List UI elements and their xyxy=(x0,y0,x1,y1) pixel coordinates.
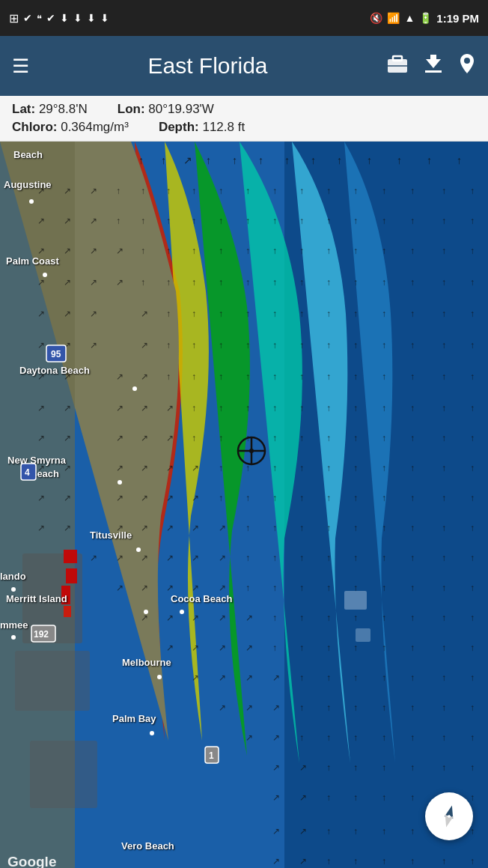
svg-text:↗: ↗ xyxy=(37,216,45,226)
svg-text:↑: ↑ xyxy=(245,523,250,533)
svg-text:↑: ↑ xyxy=(382,493,386,503)
info-bar: Lat: 29°8.8'N Lon: 80°19.93'W Chloro: 0.… xyxy=(0,96,488,142)
briefcase-button[interactable] xyxy=(386,53,409,79)
svg-text:↑: ↑ xyxy=(245,309,250,319)
svg-text:↑: ↑ xyxy=(326,792,331,803)
svg-text:↗: ↗ xyxy=(299,762,307,773)
svg-text:↗: ↗ xyxy=(166,553,174,563)
lat-label: Lat: 29°8.8'N xyxy=(12,102,88,117)
svg-text:↑: ↑ xyxy=(299,186,304,196)
svg-text:↑: ↑ xyxy=(272,216,277,226)
svg-text:↑: ↑ xyxy=(326,762,331,773)
menu-button[interactable]: ☰ xyxy=(12,55,29,78)
svg-text:↑: ↑ xyxy=(272,186,277,196)
map[interactable]: ↑ ↑ ↗ ↑ ↑ ↑ ↑ ↑ ↑ ↑ ↑ ↑ ↑ ↗ ↗ ↗ ↑ ↑ ↑ ↑ … xyxy=(0,142,488,868)
svg-text:↗: ↗ xyxy=(37,493,45,503)
svg-text:↑: ↑ xyxy=(353,673,358,683)
svg-rect-11 xyxy=(15,651,90,711)
svg-text:↑: ↑ xyxy=(382,277,386,288)
svg-text:Melbourne: Melbourne xyxy=(122,657,171,668)
svg-text:↑: ↑ xyxy=(326,309,331,319)
svg-text:↑: ↑ xyxy=(299,403,304,413)
svg-text:↑: ↑ xyxy=(442,246,446,256)
svg-text:↑: ↑ xyxy=(382,613,386,623)
svg-text:↗: ↗ xyxy=(272,762,280,773)
svg-text:↑: ↑ xyxy=(272,309,277,319)
svg-text:↗: ↗ xyxy=(90,553,97,563)
svg-text:↗: ↗ xyxy=(141,309,148,319)
svg-text:↗: ↗ xyxy=(299,826,307,837)
svg-text:↑: ↑ xyxy=(410,553,415,563)
svg-text:↑: ↑ xyxy=(470,673,475,683)
svg-text:↑: ↑ xyxy=(410,277,415,288)
svg-text:1: 1 xyxy=(209,750,214,761)
svg-text:↑: ↑ xyxy=(353,277,358,288)
compass-button[interactable] xyxy=(425,792,473,840)
svg-text:↑: ↑ xyxy=(219,371,223,382)
svg-text:↑: ↑ xyxy=(245,246,250,256)
svg-text:↑: ↑ xyxy=(353,309,358,319)
svg-text:↑: ↑ xyxy=(141,277,145,288)
svg-text:↑: ↑ xyxy=(326,340,331,350)
svg-text:↑: ↑ xyxy=(470,732,475,743)
svg-text:Titusville: Titusville xyxy=(90,529,132,541)
dl1-icon: ⬇ xyxy=(60,12,69,24)
svg-text:↗: ↗ xyxy=(90,340,97,350)
svg-text:↗: ↗ xyxy=(219,553,226,563)
svg-text:↑: ↑ xyxy=(326,702,331,713)
svg-text:↑: ↑ xyxy=(410,702,415,713)
svg-text:↗: ↗ xyxy=(37,309,45,319)
svg-point-350 xyxy=(132,386,137,391)
svg-text:↑: ↑ xyxy=(442,403,446,413)
svg-text:↑: ↑ xyxy=(382,433,386,443)
svg-text:↑: ↑ xyxy=(442,613,446,623)
svg-text:↑: ↑ xyxy=(410,186,415,196)
svg-point-359 xyxy=(11,635,16,640)
svg-text:↑: ↑ xyxy=(410,613,415,623)
svg-text:↑: ↑ xyxy=(299,340,304,350)
svg-text:↑: ↑ xyxy=(299,493,304,503)
svg-text:↑: ↑ xyxy=(337,154,342,166)
download-button[interactable] xyxy=(424,53,443,79)
svg-text:↑: ↑ xyxy=(219,246,223,256)
svg-text:↑: ↑ xyxy=(353,371,358,382)
svg-text:↑: ↑ xyxy=(272,277,277,288)
svg-rect-4 xyxy=(430,55,436,64)
svg-text:↑: ↑ xyxy=(410,433,415,443)
svg-text:↑: ↑ xyxy=(382,463,386,473)
quote-icon: ❝ xyxy=(37,13,42,24)
svg-text:↑: ↑ xyxy=(161,154,166,166)
svg-text:↑: ↑ xyxy=(326,673,331,683)
svg-text:↑: ↑ xyxy=(382,583,386,593)
location-button[interactable] xyxy=(458,52,476,80)
svg-text:↑: ↑ xyxy=(382,553,386,563)
svg-text:↑: ↑ xyxy=(410,523,415,533)
time: 1:19 PM xyxy=(436,12,479,25)
svg-text:↑: ↑ xyxy=(353,186,358,196)
svg-text:Palm Bay: Palm Bay xyxy=(112,713,156,724)
svg-text:↑: ↑ xyxy=(192,277,196,288)
svg-text:↑: ↑ xyxy=(116,186,121,196)
svg-text:↗: ↗ xyxy=(245,732,253,743)
svg-text:↑: ↑ xyxy=(382,673,386,683)
svg-text:↑: ↑ xyxy=(299,673,304,683)
svg-text:↗: ↗ xyxy=(245,643,253,653)
svg-text:↑: ↑ xyxy=(272,493,277,503)
svg-text:↑: ↑ xyxy=(192,433,196,443)
svg-text:↗: ↗ xyxy=(192,583,199,593)
svg-text:↑: ↑ xyxy=(442,463,446,473)
svg-text:↗: ↗ xyxy=(166,643,174,653)
svg-text:↑: ↑ xyxy=(219,340,223,350)
svg-text:↑: ↑ xyxy=(353,732,358,743)
svg-text:↑: ↑ xyxy=(245,403,250,413)
svg-text:↑: ↑ xyxy=(382,246,386,256)
svg-text:↗: ↗ xyxy=(166,523,174,533)
svg-text:↗: ↗ xyxy=(166,433,174,443)
svg-text:↑: ↑ xyxy=(299,553,304,563)
status-icons: ⊞ ✔ ❝ ✔ ⬇ ⬇ ⬇ ⬇ xyxy=(9,11,109,25)
svg-text:↗: ↗ xyxy=(166,613,174,623)
svg-text:↑: ↑ xyxy=(326,246,331,256)
svg-text:↑: ↑ xyxy=(245,583,250,593)
svg-text:↑: ↑ xyxy=(299,643,304,653)
wifi-icon: 📶 xyxy=(387,12,400,24)
